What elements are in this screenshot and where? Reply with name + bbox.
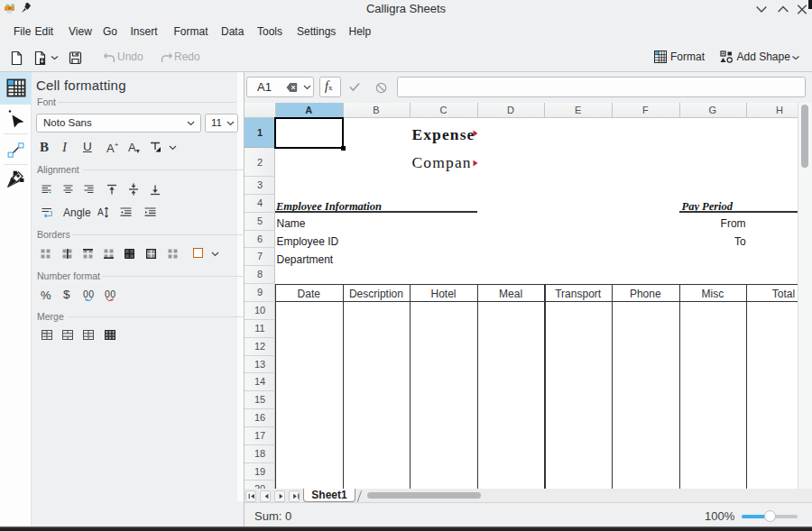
svg-text:A: A	[97, 207, 104, 217]
